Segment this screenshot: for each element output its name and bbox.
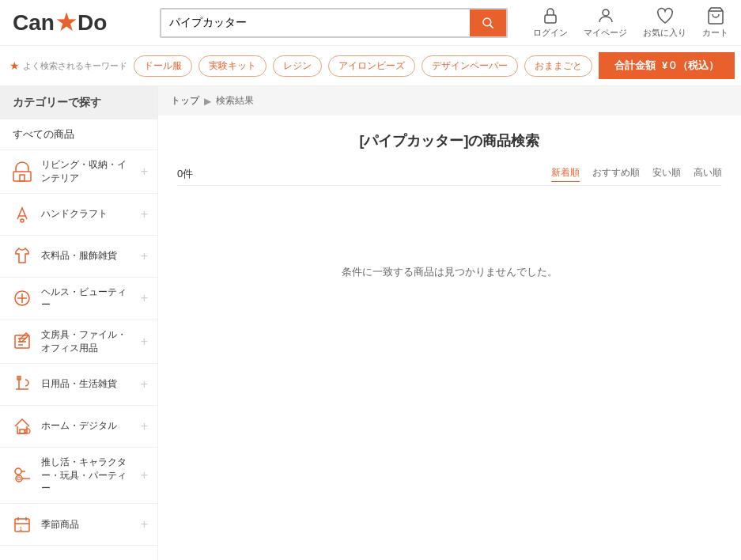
favorites-button[interactable]: お気に入り [643, 6, 686, 39]
cart-label: カート [702, 27, 728, 39]
login-label: ログイン [533, 27, 568, 39]
result-controls: 0件 新着順 おすすめ順 安い順 高い順 [177, 166, 722, 186]
sidebar-item-label-home: ホーム・デジタル [41, 419, 134, 433]
cart-button[interactable]: カート [702, 6, 728, 39]
sidebar-item-living[interactable]: リビング・収納・インテリア + [0, 150, 157, 194]
sidebar-item-stationery[interactable]: 文房具・ファイル・オフィス用品 + [0, 320, 157, 364]
svg-rect-5 [13, 172, 31, 181]
search-area [160, 8, 508, 38]
sort-newest[interactable]: 新着順 [551, 166, 580, 182]
cart-icon [706, 6, 725, 25]
keyword-tag-2[interactable]: レジン [273, 55, 322, 77]
sidebar-item-label-seasonal: 季節商品 [41, 518, 134, 532]
search-icon [481, 16, 495, 30]
breadcrumb-separator: ▶ [204, 96, 211, 107]
breadcrumb: トップ ▶ 検索結果 [158, 86, 741, 115]
sidebar: カテゴリーで探す すべての商品 リビング・収納・インテリア + [0, 86, 158, 560]
sort-price-asc[interactable]: 安い順 [652, 166, 681, 182]
main-layout: カテゴリーで探す すべての商品 リビング・収納・インテリア + [0, 86, 741, 560]
content-area: トップ ▶ 検索結果 [パイプカッター]の商品検索 0件 新着順 おすすめ順 安… [158, 86, 741, 560]
sort-recommended[interactable]: おすすめ順 [592, 166, 640, 182]
breadcrumb-current: 検索結果 [216, 94, 254, 108]
seasonal-icon: 1 [9, 512, 35, 537]
header-icons: ログイン マイページ お気に入り カート [533, 6, 728, 39]
sort-options: 新着順 おすすめ順 安い順 高い順 [551, 166, 722, 182]
logo[interactable]: Can★Do [13, 9, 147, 36]
svg-rect-10 [20, 429, 25, 433]
keyword-tag-1[interactable]: 実験キット [198, 55, 267, 77]
logo-star: ★ [56, 9, 76, 36]
mypage-label: マイページ [584, 27, 627, 39]
sidebar-item-label-clothing: 衣料品・服飾雑貨 [41, 249, 134, 263]
sidebar-item-label-handcraft: ハンドクラフト [41, 207, 134, 221]
plus-icon-handcraft: + [141, 207, 148, 221]
search-button[interactable] [470, 9, 506, 36]
stationery-icon [9, 329, 35, 354]
search-result-title: [パイプカッター]の商品検索 [177, 131, 722, 150]
svg-point-7 [21, 219, 24, 222]
login-button[interactable]: ログイン [533, 6, 568, 39]
svg-point-11 [25, 429, 30, 433]
sidebar-item-health[interactable]: ヘルス・ビューティー + [0, 278, 157, 321]
svg-point-12 [16, 475, 22, 482]
sidebar-item-label-daily: 日用品・生活雑貨 [41, 377, 134, 391]
plus-icon-clothing: + [141, 249, 148, 263]
sidebar-item-seasonal[interactable]: 1 季節商品 + [0, 504, 157, 546]
plus-icon-daily: + [141, 377, 148, 392]
keywords-label: ★ よく検索されるキーワード [9, 59, 127, 72]
logo-text-right: Do [78, 10, 107, 36]
plus-icon-stationery: + [141, 335, 148, 349]
keywords-bar: ★ よく検索されるキーワード ドール服 実験キット レジン アイロンビーズ デザ… [0, 46, 741, 86]
sidebar-item-handcraft[interactable]: ハンドクラフト + [0, 194, 157, 236]
sidebar-all-products[interactable]: すべての商品 [0, 119, 157, 150]
sidebar-item-label-health: ヘルス・ビューティー [41, 286, 134, 312]
svg-point-13 [17, 477, 21, 480]
keyword-tag-3[interactable]: アイロンビーズ [328, 55, 415, 77]
plus-icon-home: + [141, 419, 148, 433]
plus-icon-toys: + [141, 468, 148, 482]
svg-text:1: 1 [19, 525, 23, 532]
sidebar-item-daily[interactable]: 日用品・生活雑貨 + [0, 364, 157, 406]
sidebar-title: カテゴリーで探す [0, 86, 157, 119]
svg-point-3 [603, 9, 609, 16]
search-input[interactable] [161, 9, 470, 36]
mypage-button[interactable]: マイページ [584, 6, 627, 39]
keyword-tag-0[interactable]: ドール服 [134, 55, 192, 77]
sidebar-item-label-stationery: 文房具・ファイル・オフィス用品 [41, 328, 134, 355]
person-icon [596, 6, 615, 25]
sidebar-item-label-living: リビング・収納・インテリア [41, 158, 134, 185]
heart-icon [656, 6, 675, 25]
plus-icon-seasonal: + [141, 517, 148, 532]
sidebar-item-clothing[interactable]: 衣料品・服飾雑貨 + [0, 236, 157, 278]
lock-icon [541, 6, 560, 25]
sidebar-item-label-toys: 推し活・キャラクター・玩具・パーティー [41, 456, 134, 495]
daily-icon [9, 372, 35, 397]
svg-rect-6 [20, 175, 25, 181]
handcraft-icon [9, 202, 35, 227]
living-icon [9, 159, 35, 184]
no-results-message: 条件に一致する商品は見つかりませんでした。 [177, 202, 722, 342]
health-icon [9, 286, 35, 311]
svg-line-1 [490, 25, 493, 28]
favorites-label: お気に入り [643, 27, 686, 39]
svg-point-0 [483, 18, 491, 26]
clothing-icon [9, 244, 35, 269]
sidebar-item-toys[interactable]: 推し活・キャラクター・玩具・パーティー + [0, 448, 157, 504]
keyword-tag-5[interactable]: おままごと [524, 55, 592, 77]
home-icon [9, 414, 35, 439]
svg-point-14 [15, 468, 21, 475]
search-result-area: [パイプカッター]の商品検索 0件 新着順 おすすめ順 安い順 高い順 条件に一… [158, 115, 741, 358]
toys-icon [9, 463, 35, 488]
plus-icon-living: + [141, 165, 148, 179]
sort-price-desc[interactable]: 高い順 [694, 166, 722, 182]
header: Can★Do ログイン マイページ [0, 0, 741, 46]
keyword-tag-4[interactable]: デザインペーパー [422, 55, 518, 77]
cart-total[interactable]: 合計金額 ¥０（税込） [599, 52, 735, 79]
logo-text-left: Can [13, 10, 55, 36]
svg-rect-2 [545, 15, 556, 23]
result-count: 0件 [177, 167, 193, 181]
sidebar-item-home[interactable]: ホーム・デジタル + [0, 406, 157, 448]
breadcrumb-top[interactable]: トップ [171, 94, 199, 108]
cart-total-amount: ¥０（税込） [662, 59, 719, 73]
cart-total-label: 合計金額 [614, 59, 656, 73]
